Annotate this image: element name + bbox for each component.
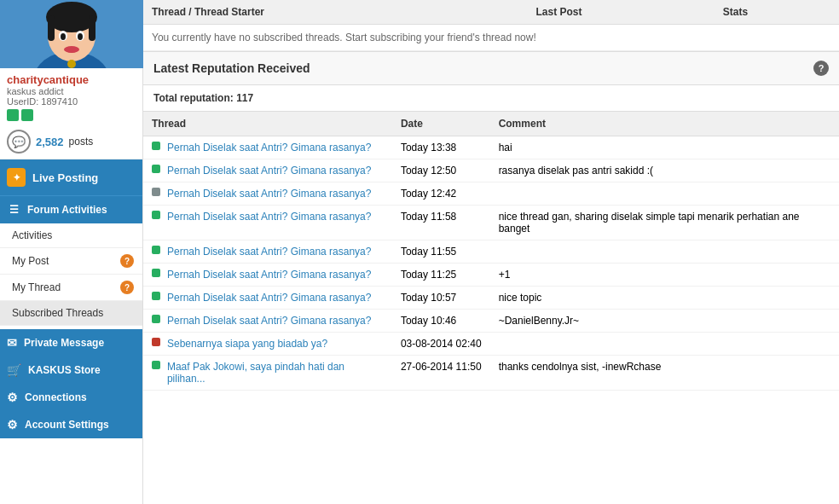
- svg-point-11: [67, 60, 76, 68]
- posts-label: posts: [69, 136, 94, 148]
- rep-comment-cell: thanks cendolnya sist, -inewRchase: [490, 356, 839, 391]
- sidebar: charitycantique kaskus addict UserID: 18…: [0, 0, 143, 504]
- rep-dot: [152, 338, 160, 346]
- rep-comment-cell: [490, 333, 839, 356]
- total-reputation: Total reputation: 117: [143, 85, 839, 112]
- my-thread-label: My Thread: [12, 281, 61, 293]
- rep-thread-link[interactable]: Pernah Diselak saat Antri? Gimana rasany…: [167, 292, 371, 304]
- rep-thread-cell: Pernah Diselak saat Antri? Gimana rasany…: [143, 159, 392, 182]
- connections-label: Connections: [25, 391, 87, 403]
- rep-dot: [152, 142, 160, 150]
- kaskus-store-label: KASKUS Store: [28, 364, 101, 376]
- rep-dot: [152, 246, 160, 254]
- col-thread-starter: Thread / Thread Starter: [143, 0, 527, 25]
- rep-comment-cell: rasanya diselak pas antri sakidd :(: [490, 159, 839, 182]
- main-content: Thread / Thread Starter Last Post Stats …: [143, 0, 839, 504]
- user-role: kaskus addict: [7, 86, 136, 96]
- live-posting-label: Live Posting: [32, 171, 98, 184]
- rep-thread-link[interactable]: Pernah Diselak saat Antri? Gimana rasany…: [167, 165, 371, 177]
- table-row: Maaf Pak Jokowi, saya pindah hati dan pi…: [143, 356, 839, 391]
- rep-comment-cell: ~DanielBenny.Jr~: [490, 310, 839, 333]
- sidebar-private-message-button[interactable]: ✉ Private Message: [0, 329, 142, 356]
- reputation-section: Latest Reputation Received ? Total reput…: [143, 51, 839, 391]
- rep-dot: [152, 292, 160, 300]
- rep-date-cell: 27-06-2014 11:50: [392, 356, 490, 391]
- rep-date-cell: 03-08-2014 02:40: [392, 333, 490, 356]
- rep-dot: [152, 211, 160, 219]
- table-row: Pernah Diselak saat Antri? Gimana rasany…: [143, 136, 839, 159]
- my-post-badge: ?: [120, 254, 134, 268]
- svg-point-8: [61, 33, 66, 40]
- forum-activities-icon: ☰: [7, 203, 20, 217]
- private-message-label: Private Message: [24, 337, 104, 349]
- rep-comment-cell: +1: [490, 264, 839, 287]
- user-icons: [7, 109, 136, 121]
- reputation-table: Thread Date Comment Pernah Diselak saat …: [143, 112, 839, 391]
- rep-dot: [152, 269, 160, 277]
- rep-thread-cell: Pernah Diselak saat Antri? Gimana rasany…: [143, 264, 392, 287]
- rep-col-date: Date: [392, 112, 490, 136]
- rep-thread-cell: Sebenarnya siapa yang biadab ya?: [143, 333, 392, 356]
- sidebar-item-my-thread[interactable]: My Thread ?: [0, 275, 142, 301]
- sidebar-connections-button[interactable]: ⚙ Connections: [0, 384, 142, 411]
- username[interactable]: charitycantique: [7, 73, 136, 86]
- rep-thread-cell: Maaf Pak Jokowi, saya pindah hati dan pi…: [143, 356, 392, 391]
- rep-date-cell: Today 10:46: [392, 310, 490, 333]
- sidebar-account-settings-button[interactable]: ⚙ Account Settings: [0, 411, 142, 438]
- rep-date-cell: Today 12:50: [392, 159, 490, 182]
- account-settings-icon: ⚙: [7, 418, 18, 432]
- user-id: UserID: 1897410: [7, 96, 136, 107]
- posts-row: 💬 2,582 posts: [0, 125, 142, 159]
- rep-thread-cell: Pernah Diselak saat Antri? Gimana rasany…: [143, 206, 392, 240]
- sidebar-item-subscribed-threads[interactable]: Subscribed Threads: [0, 301, 142, 326]
- rep-thread-cell: Pernah Diselak saat Antri? Gimana rasany…: [143, 182, 392, 206]
- rep-date-cell: Today 11:58: [392, 206, 490, 240]
- col-stats: Stats: [715, 0, 839, 25]
- rep-thread-link[interactable]: Pernah Diselak saat Antri? Gimana rasany…: [167, 315, 371, 327]
- rep-comment-cell: nice thread gan, sharing diselak simple …: [490, 206, 839, 240]
- rep-dot: [152, 188, 160, 196]
- rep-thread-link[interactable]: Sebenarnya siapa yang biadab ya?: [167, 338, 327, 350]
- my-thread-badge: ?: [120, 281, 134, 294]
- avatar: [0, 0, 143, 68]
- svg-rect-5: [89, 15, 95, 41]
- rep-thread-cell: Pernah Diselak saat Antri? Gimana rasany…: [143, 310, 392, 333]
- connections-icon: ⚙: [7, 391, 18, 404]
- reputation-header: Latest Reputation Received ?: [143, 52, 839, 85]
- rep-date-cell: Today 10:57: [392, 287, 490, 310]
- rep-thread-link[interactable]: Pernah Diselak saat Antri? Gimana rasany…: [167, 142, 371, 154]
- total-reputation-value: 117: [236, 92, 253, 104]
- my-post-label: My Post: [12, 255, 49, 267]
- help-icon[interactable]: ?: [813, 61, 829, 76]
- rep-comment-cell: [490, 240, 839, 264]
- total-reputation-label: Total reputation:: [153, 92, 234, 104]
- subscribed-threads-label: Subscribed Threads: [12, 307, 103, 319]
- table-row: Pernah Diselak saat Antri? Gimana rasany…: [143, 182, 839, 206]
- rep-thread-link[interactable]: Maaf Pak Jokowi, saya pindah hati dan pi…: [167, 361, 384, 385]
- sidebar-item-activities[interactable]: Activities: [0, 223, 142, 248]
- table-row: Pernah Diselak saat Antri? Gimana rasany…: [143, 159, 839, 182]
- live-posting-button[interactable]: ✦ Live Posting: [0, 159, 142, 195]
- table-row: Pernah Diselak saat Antri? Gimana rasany…: [143, 310, 839, 333]
- sidebar-item-my-post[interactable]: My Post ?: [0, 248, 142, 275]
- activities-label: Activities: [12, 229, 52, 241]
- rep-comment-cell: [490, 182, 839, 206]
- table-row: Pernah Diselak saat Antri? Gimana rasany…: [143, 206, 839, 240]
- rep-thread-link[interactable]: Pernah Diselak saat Antri? Gimana rasany…: [167, 188, 371, 200]
- kaskus-store-icon: 🛒: [7, 363, 21, 377]
- rep-dot: [152, 315, 160, 323]
- rep-thread-link[interactable]: Pernah Diselak saat Antri? Gimana rasany…: [167, 211, 371, 223]
- forum-activities-label: Forum Activities: [27, 204, 107, 216]
- rep-col-thread: Thread: [143, 112, 392, 136]
- svg-rect-4: [48, 15, 55, 41]
- live-posting-icon: ✦: [7, 168, 26, 187]
- forum-activities-button[interactable]: ☰ Forum Activities: [0, 195, 142, 223]
- user-icon-1: [7, 109, 19, 121]
- rep-col-comment: Comment: [490, 112, 839, 136]
- rep-thread-link[interactable]: Pernah Diselak saat Antri? Gimana rasany…: [167, 269, 371, 281]
- no-threads-message: You currently have no subscribed threads…: [143, 25, 839, 51]
- sidebar-kaskus-store-button[interactable]: 🛒 KASKUS Store: [0, 356, 142, 384]
- table-row: Pernah Diselak saat Antri? Gimana rasany…: [143, 287, 839, 310]
- rep-thread-link[interactable]: Pernah Diselak saat Antri? Gimana rasany…: [167, 246, 371, 258]
- rep-date-cell: Today 11:55: [392, 240, 490, 264]
